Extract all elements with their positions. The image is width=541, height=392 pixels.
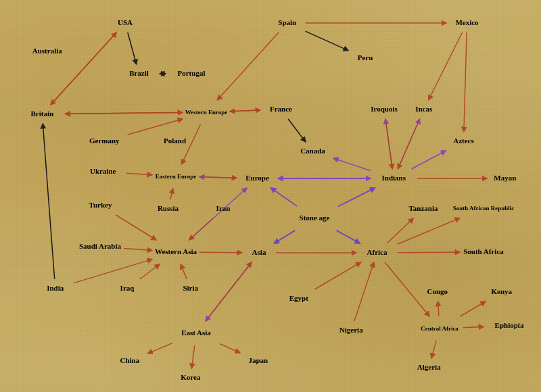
node-africa: Africa bbox=[356, 243, 398, 262]
node-ephiopia: Ephiopia bbox=[484, 316, 535, 335]
node-tanzania: Tanzania bbox=[398, 199, 449, 218]
node-russia: Russia bbox=[147, 199, 189, 218]
node-algeria: Algeria bbox=[406, 358, 452, 377]
svg-line-57 bbox=[128, 32, 137, 64]
node-portugal: Portugal bbox=[166, 64, 217, 83]
node-label-spain: Spain bbox=[269, 14, 306, 32]
svg-line-0 bbox=[271, 188, 298, 206]
node-central_africa: Central Africa bbox=[416, 316, 463, 341]
node-asia: Asia bbox=[242, 243, 276, 262]
node-label-tanzania: Tanzania bbox=[398, 199, 449, 218]
node-label-congo: Congo bbox=[419, 283, 456, 301]
node-ukraine: Ukraine bbox=[80, 162, 126, 181]
node-korea: Korea bbox=[172, 368, 209, 387]
node-label-south_african_republic: South African Republic bbox=[460, 196, 507, 220]
svg-line-14 bbox=[338, 188, 375, 206]
node-label-poland: Poland bbox=[154, 132, 195, 151]
node-label-siria: Siria bbox=[172, 279, 209, 298]
node-kenya: Kenya bbox=[484, 283, 520, 301]
node-label-indians: Indians bbox=[371, 169, 417, 188]
node-label-russia: Russia bbox=[147, 199, 189, 218]
svg-line-1 bbox=[275, 230, 296, 243]
node-australia: Australia bbox=[19, 42, 76, 61]
svg-line-39 bbox=[199, 252, 242, 253]
node-saudi_arabia: Saudi Arabia bbox=[76, 235, 124, 259]
node-label-central_africa: Central Africa bbox=[416, 316, 463, 341]
node-peru: Peru bbox=[348, 49, 382, 68]
node-aztecs: Aztecs bbox=[443, 132, 484, 151]
node-spain: Spain bbox=[269, 14, 306, 32]
node-label-brazil: Brazil bbox=[118, 64, 160, 83]
node-western_asia: Western Asia bbox=[152, 240, 199, 264]
node-label-nigeria: Nigeria bbox=[328, 321, 375, 340]
node-germany: Germany bbox=[81, 132, 128, 151]
node-siria: Siria bbox=[172, 279, 209, 298]
node-nigeria: Nigeria bbox=[328, 321, 375, 340]
node-label-africa: Africa bbox=[356, 243, 398, 262]
node-usa: USA bbox=[108, 14, 142, 32]
node-label-china: China bbox=[112, 351, 148, 370]
svg-line-7 bbox=[412, 151, 446, 169]
node-label-asia: Asia bbox=[242, 243, 276, 262]
svg-line-13 bbox=[337, 230, 360, 243]
svg-line-22 bbox=[230, 110, 260, 112]
node-label-kenya: Kenya bbox=[484, 283, 520, 301]
svg-line-4 bbox=[199, 177, 237, 178]
node-label-stone_age: Stone age bbox=[291, 206, 338, 230]
svg-line-27 bbox=[429, 32, 463, 100]
svg-line-19 bbox=[66, 112, 183, 114]
node-south_african_republic: South African Republic bbox=[460, 196, 507, 220]
node-label-aztecs: Aztecs bbox=[443, 132, 484, 151]
node-egypt: Egypt bbox=[281, 289, 317, 308]
node-iroquois: Iroquois bbox=[358, 100, 410, 119]
node-label-mayan: Mayan bbox=[487, 169, 523, 188]
node-label-japan: Japan bbox=[240, 351, 277, 370]
svg-line-3 bbox=[338, 188, 375, 206]
svg-line-38 bbox=[181, 264, 187, 279]
node-eastern_europe: Eastern Europe bbox=[152, 164, 199, 189]
svg-line-41 bbox=[398, 252, 460, 253]
node-britain: Britain bbox=[19, 105, 66, 124]
svg-line-50 bbox=[148, 343, 173, 353]
node-label-saudi_arabia: Saudi Arabia bbox=[76, 235, 124, 259]
svg-line-53 bbox=[315, 262, 361, 289]
node-label-algeria: Algeria bbox=[406, 358, 452, 377]
node-china: China bbox=[112, 351, 148, 370]
node-label-france: France bbox=[260, 100, 302, 119]
svg-line-44 bbox=[463, 326, 484, 327]
svg-line-10 bbox=[333, 158, 371, 170]
node-western_europe: Western Europe bbox=[183, 100, 230, 124]
node-incas: Incas bbox=[406, 100, 442, 119]
node-stone_age: Stone age bbox=[291, 206, 338, 230]
node-congo: Congo bbox=[419, 283, 456, 301]
svg-line-29 bbox=[385, 119, 392, 169]
node-mayan: Mayan bbox=[487, 169, 523, 188]
svg-line-60 bbox=[306, 31, 349, 51]
svg-line-51 bbox=[220, 344, 240, 353]
node-label-canada: Canada bbox=[292, 142, 333, 161]
node-label-turkey: Turkey bbox=[80, 196, 121, 215]
node-label-western_asia: Western Asia bbox=[152, 240, 199, 264]
svg-line-24 bbox=[217, 32, 279, 100]
node-iran: Iran bbox=[206, 199, 240, 218]
svg-line-54 bbox=[354, 262, 374, 321]
node-turkey: Turkey bbox=[80, 196, 121, 215]
svg-line-16 bbox=[206, 262, 252, 321]
svg-line-43 bbox=[461, 301, 486, 316]
node-brazil: Brazil bbox=[118, 64, 160, 83]
node-south_africa: South Africa bbox=[460, 240, 507, 264]
svg-line-33 bbox=[199, 177, 237, 178]
svg-line-37 bbox=[140, 264, 160, 279]
node-europe: Europe bbox=[237, 169, 278, 188]
node-mexico: Mexico bbox=[446, 14, 488, 32]
node-label-usa: USA bbox=[108, 14, 142, 32]
node-label-peru: Peru bbox=[348, 49, 382, 68]
svg-line-62 bbox=[43, 124, 54, 279]
svg-line-45 bbox=[438, 301, 439, 316]
svg-line-56 bbox=[124, 249, 152, 251]
node-label-australia: Australia bbox=[19, 42, 76, 61]
svg-line-26 bbox=[464, 32, 467, 132]
node-label-india: India bbox=[37, 279, 74, 298]
node-iraq: Iraq bbox=[110, 279, 144, 298]
svg-line-9 bbox=[398, 119, 419, 169]
